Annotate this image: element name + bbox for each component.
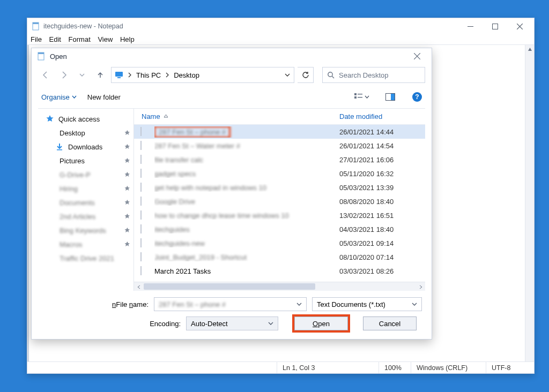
menu-help[interactable]: Help [120, 35, 135, 43]
preview-pane-button[interactable] [385, 93, 395, 101]
scroll-right-icon[interactable] [416, 282, 425, 291]
file-row[interactable]: file transfer calc27/01/2021 16:06 [134, 153, 425, 167]
status-eol: Windows (CRLF) [411, 362, 486, 373]
file-icon [140, 267, 149, 275]
columns-header: Name Date modified [134, 109, 425, 125]
menu-file[interactable]: File [31, 35, 42, 43]
scroll-up-icon[interactable] [525, 45, 534, 54]
sidebar-item-label: Hiring [60, 185, 78, 193]
minimize-button[interactable] [458, 18, 483, 34]
chevron-down-icon[interactable] [268, 321, 273, 326]
organise-button[interactable]: Organise [41, 93, 77, 101]
encoding-combo[interactable]: Auto-Detect [186, 316, 278, 330]
scroll-left-icon[interactable] [134, 282, 143, 291]
pin-icon [124, 158, 130, 164]
file-row[interactable]: gadget specs05/11/2020 16:32 [134, 167, 425, 180]
sidebar-item[interactable]: Documents [38, 195, 133, 209]
refresh-button[interactable] [298, 67, 314, 83]
file-name: file transfer calc [154, 156, 339, 164]
nav-recent-button[interactable] [75, 67, 90, 82]
status-position: Ln 1, Col 3 [277, 362, 379, 373]
svg-line-9 [332, 76, 334, 78]
sidebar-item-label: Desktop [60, 129, 85, 137]
file-row[interactable]: 287 Fen St – Water meter #26/01/2021 14:… [134, 139, 425, 153]
new-folder-button[interactable]: New folder [87, 93, 121, 101]
file-name-combo[interactable]: 287 Fen St – phone # [154, 297, 307, 311]
open-dialog-titlebar: Open [32, 48, 432, 64]
cancel-button[interactable]: Cancel [363, 316, 417, 330]
close-button[interactable] [507, 18, 532, 34]
sidebar-item[interactable]: Macros [38, 237, 133, 251]
column-name[interactable]: Name [134, 112, 339, 120]
breadcrumb-chevron[interactable] [127, 72, 133, 78]
svg-rect-2 [468, 26, 473, 27]
file-icon [140, 239, 149, 247]
svg-point-8 [328, 72, 332, 77]
file-row[interactable]: 287 Fen St – phone #26/01/2021 14:44 [134, 125, 425, 139]
sidebar-item[interactable]: Desktop [38, 126, 133, 140]
file-row[interactable]: itechguides04/03/2021 18:40 [134, 222, 425, 236]
sidebar-item[interactable]: Hiring [38, 182, 133, 195]
address-bar[interactable]: This PC Desktop [111, 67, 294, 83]
column-date[interactable]: Date modified [339, 112, 425, 120]
sidebar-item[interactable]: Bing Keywords [38, 223, 133, 237]
file-row[interactable]: itechguides-new05/03/2021 09:14 [134, 236, 425, 250]
file-row[interactable]: Joint_Budget_2019 - Shortcut08/10/2020 0… [134, 250, 425, 264]
view-options-button[interactable] [354, 93, 369, 101]
sidebar-item[interactable]: 2nd Articles [38, 209, 133, 223]
maximize-button[interactable] [483, 18, 507, 34]
sidebar-item-label: 2nd Articles [60, 213, 95, 221]
sidebar-item[interactable]: G-Drive-P [38, 168, 133, 182]
nav-up-button[interactable] [93, 67, 108, 82]
help-button[interactable]: ? [412, 92, 422, 102]
quick-access[interactable]: Quick access [38, 112, 133, 126]
menu-format[interactable]: Format [69, 35, 91, 43]
sidebar-item[interactable]: Traffic Drive 2021 [38, 251, 133, 265]
svg-rect-1 [33, 22, 39, 24]
breadcrumb-chevron[interactable] [164, 72, 170, 78]
scrollbar-thumb[interactable] [144, 283, 315, 290]
breadcrumb-desktop[interactable]: Desktop [174, 71, 199, 79]
status-encoding: UTF-8 [486, 362, 534, 373]
svg-rect-15 [391, 94, 395, 100]
file-row[interactable]: March 2021 Tasks03/03/2021 08:26 [134, 264, 425, 278]
sidebar-item-label: Pictures [60, 157, 85, 165]
pin-icon [124, 144, 130, 150]
file-type-combo[interactable]: Text Documents (*.txt) [312, 297, 422, 311]
file-row[interactable]: Google Drive08/08/2020 18:40 [134, 194, 425, 208]
file-name: gadget specs [154, 170, 339, 178]
svg-rect-13 [358, 97, 362, 98]
sidebar-item-label: Traffic Drive 2021 [60, 254, 114, 262]
down-icon [55, 142, 64, 151]
file-icon [140, 169, 149, 178]
file-row[interactable]: how to change dhcp lease time windows 10… [134, 208, 425, 222]
pin-icon [124, 200, 130, 206]
address-dropdown-icon[interactable] [284, 72, 291, 78]
file-row[interactable]: get help with notepad in windows 1005/03… [134, 180, 425, 194]
file-icon [140, 225, 149, 233]
nav-back-button[interactable] [38, 67, 53, 82]
vertical-scrollbar[interactable] [525, 45, 534, 361]
chevron-down-icon[interactable] [296, 301, 302, 307]
notepad-title: itechguides-new - Notepad [43, 22, 458, 30]
chevron-down-icon[interactable] [412, 301, 417, 307]
menu-view[interactable]: View [98, 35, 113, 43]
file-icon [140, 253, 149, 261]
sidebar-item[interactable]: Pictures [38, 154, 133, 168]
open-close-button[interactable] [406, 49, 428, 63]
svg-rect-5 [38, 52, 44, 54]
breadcrumb-this-pc[interactable]: This PC [136, 71, 161, 79]
file-name-label: nFile name: [41, 300, 149, 308]
svg-rect-16 [57, 149, 62, 150]
search-box[interactable]: Search Desktop [322, 67, 425, 83]
nav-forward-button[interactable] [56, 67, 71, 82]
monitor-icon [115, 71, 123, 79]
horizontal-scrollbar[interactable] [134, 282, 425, 291]
menu-edit[interactable]: Edit [49, 35, 61, 43]
file-list: Name Date modified 287 Fen St – phone #2… [133, 109, 425, 291]
file-date: 13/02/2021 16:51 [339, 212, 425, 220]
sidebar-item[interactable]: Downloads [38, 140, 133, 154]
notepad-icon [32, 22, 40, 31]
file-name: itechguides [154, 225, 339, 233]
open-button[interactable]: Open [294, 316, 348, 330]
